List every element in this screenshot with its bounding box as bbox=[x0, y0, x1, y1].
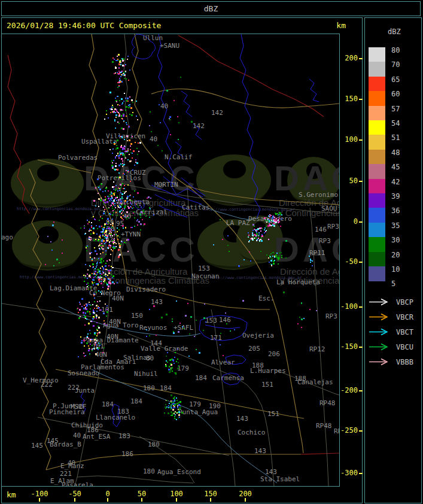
colorbar-block bbox=[369, 193, 385, 208]
x-axis-tick bbox=[245, 498, 246, 502]
y-axis-tick bbox=[359, 181, 363, 182]
timestamp-row: 2026/01/28 19:46:00 UTC Composite km bbox=[2, 19, 361, 33]
colorbar-block bbox=[369, 120, 385, 135]
y-axis-tick-label: 50 bbox=[349, 177, 358, 185]
colorbar-label: 10 bbox=[391, 265, 400, 274]
y-axis-tick-label: -150 bbox=[340, 342, 358, 351]
colorbar-panel: dBZ 807065605754514845423936353020105 VB… bbox=[364, 17, 422, 503]
y-axis-tick bbox=[359, 390, 363, 391]
colorbar-block bbox=[369, 135, 385, 150]
y-axis-tick-label: 0 bbox=[354, 217, 358, 226]
colorbar-label: 54 bbox=[391, 119, 400, 127]
x-axis: km -100-50050100150200 bbox=[2, 487, 361, 503]
colorbar-label: 39 bbox=[391, 192, 400, 201]
colorbar-label: 36 bbox=[391, 207, 400, 215]
colorbar-label: 70 bbox=[391, 60, 400, 69]
colorbar-block bbox=[369, 106, 385, 121]
legend-item: VBCU bbox=[369, 343, 419, 351]
y-axis-tick-label: -250 bbox=[340, 426, 358, 435]
colorbar-block bbox=[369, 223, 385, 238]
y-axis-tick bbox=[359, 139, 363, 141]
colorbar-label: 45 bbox=[391, 163, 400, 171]
legend-item-label: VBCR bbox=[396, 313, 413, 321]
map-content: DACCDACCDACCDACCDirección de Agricultura… bbox=[2, 34, 339, 486]
colorbar-label: 80 bbox=[391, 46, 400, 54]
x-axis-tick bbox=[141, 498, 142, 502]
colorbar-label: 5 bbox=[391, 280, 395, 288]
legend-item: VBCR bbox=[369, 313, 419, 321]
app-window: dBZ 2026/01/28 19:46:00 UTC Composite km… bbox=[0, 0, 423, 504]
x-axis-tick-label: -100 bbox=[31, 490, 48, 498]
colorbar-label: 42 bbox=[391, 178, 400, 186]
legend-item-label: VBCT bbox=[396, 328, 413, 336]
y-axis-tick-label: -50 bbox=[345, 257, 358, 266]
x-axis-tick-label: 100 bbox=[170, 490, 183, 498]
radar-echoes-layer bbox=[2, 34, 339, 486]
y-axis-tick bbox=[359, 473, 363, 474]
y-axis-tick bbox=[359, 58, 363, 59]
y-axis-tick-label: -300 bbox=[340, 469, 358, 477]
x-axis-tick bbox=[74, 498, 75, 502]
colorbar-block bbox=[369, 91, 385, 106]
colorbar-block bbox=[369, 77, 385, 92]
colorbar-label: 51 bbox=[391, 133, 400, 142]
colorbar-block bbox=[369, 252, 385, 267]
y-axis-tick bbox=[359, 306, 363, 308]
colorbar-block bbox=[369, 47, 385, 62]
colorbar-block bbox=[369, 164, 385, 179]
colorbar-block bbox=[369, 208, 385, 223]
colorbar-block bbox=[369, 237, 385, 252]
colorbar-block bbox=[369, 150, 385, 165]
title-text: dBZ bbox=[204, 4, 218, 13]
x-axis-tick bbox=[176, 498, 177, 502]
x-axis-tick-label: 0 bbox=[105, 490, 109, 498]
km-unit-bottom: km bbox=[7, 490, 16, 499]
legend-item: VBCP bbox=[369, 298, 419, 306]
colorbar-block bbox=[369, 179, 385, 194]
y-axis-tick-label: 200 bbox=[345, 54, 358, 62]
colorbar-label: 57 bbox=[391, 105, 400, 113]
colorbar-label: 65 bbox=[391, 75, 400, 84]
legend-item-label: VBCP bbox=[396, 298, 413, 306]
x-axis-tick-label: -50 bbox=[68, 490, 81, 498]
x-axis-tick-label: 150 bbox=[204, 490, 217, 498]
colorbar-title: dBZ bbox=[388, 28, 401, 36]
timestamp-text: 2026/01/28 19:46:00 UTC Composite bbox=[7, 21, 161, 30]
legend-item-label: VBCU bbox=[396, 343, 413, 351]
colorbar-label: 48 bbox=[391, 148, 400, 157]
map-box: DACCDACCDACCDACCDirección de Agricultura… bbox=[1, 34, 340, 487]
colorbar-label: 20 bbox=[391, 251, 400, 259]
y-axis-tick bbox=[359, 430, 363, 432]
colorbar-label: 60 bbox=[391, 90, 400, 98]
colorbar-label: 30 bbox=[391, 236, 400, 244]
x-axis-tick-label: 50 bbox=[138, 490, 146, 498]
title-bar: dBZ bbox=[1, 1, 421, 16]
x-axis-tick bbox=[107, 498, 108, 502]
colorbar-block bbox=[369, 62, 385, 77]
y-axis: 200150100500-50-100-150-200-250-300 bbox=[341, 34, 363, 487]
y-axis-tick-label: 100 bbox=[345, 135, 358, 144]
y-axis-tick bbox=[359, 262, 363, 263]
colorbar-block bbox=[369, 266, 385, 281]
y-axis-tick bbox=[359, 347, 363, 348]
km-unit-top: km bbox=[336, 21, 346, 30]
y-axis-tick-label: -100 bbox=[340, 302, 358, 311]
x-axis-tick bbox=[210, 498, 211, 502]
legend-item: VBCT bbox=[369, 328, 419, 336]
legend-item-label: VBBB bbox=[396, 358, 413, 366]
legend-item: VBBB bbox=[369, 358, 419, 366]
y-axis-tick-label: 150 bbox=[345, 95, 358, 103]
x-axis-tick bbox=[39, 498, 40, 502]
colorbar-label: 35 bbox=[391, 221, 400, 230]
x-axis-tick-label: 200 bbox=[239, 490, 252, 498]
y-axis-tick-label: -200 bbox=[340, 386, 358, 394]
y-axis-tick bbox=[359, 99, 363, 100]
y-axis-tick bbox=[359, 221, 363, 223]
